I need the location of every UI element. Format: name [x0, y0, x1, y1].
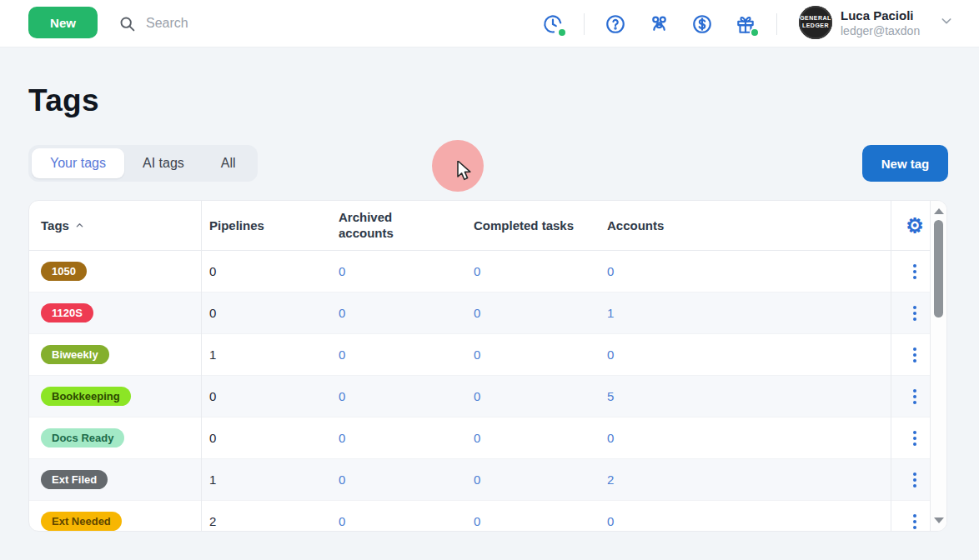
table-settings-cell: ⚙ — [891, 201, 931, 250]
column-header-label: Accounts — [607, 218, 664, 232]
accounts-link[interactable]: 0 — [607, 348, 614, 362]
tag-badge[interactable]: Ext Needed — [41, 512, 122, 531]
community-icon[interactable] — [646, 12, 671, 37]
column-header-label: Completed tasks — [474, 218, 574, 232]
pipelines-count: 2 — [201, 501, 330, 532]
accounts-link-cell: 0 — [599, 251, 891, 292]
user-email: ledger@taxdon — [841, 24, 920, 38]
chevron-down-icon[interactable] — [940, 14, 953, 31]
completed-tasks-link[interactable]: 0 — [474, 264, 480, 278]
new-tag-button[interactable]: New tag — [862, 145, 948, 182]
completed-tasks-link[interactable]: 0 — [474, 389, 480, 403]
mouse-cursor — [457, 161, 475, 186]
tag-cell: 1050 — [29, 251, 201, 292]
tag-badge[interactable]: Bookkeeping — [41, 387, 131, 406]
row-actions-cell — [891, 376, 931, 417]
column-header-accounts[interactable]: Accounts — [599, 201, 891, 250]
completed-tasks-link-cell: 0 — [465, 376, 599, 417]
gear-icon[interactable]: ⚙ — [906, 216, 924, 236]
archived-accounts-link[interactable]: 0 — [339, 514, 345, 528]
pipelines-count: 1 — [201, 459, 330, 500]
completed-tasks-link[interactable]: 0 — [474, 514, 480, 528]
search-icon — [118, 15, 136, 32]
archived-accounts-link[interactable]: 0 — [339, 348, 345, 362]
archived-accounts-link[interactable]: 0 — [339, 389, 345, 403]
topbar-divider — [584, 13, 585, 35]
tab-ai-tags[interactable]: AI tags — [124, 148, 203, 178]
tag-badge[interactable]: Ext Filed — [41, 470, 108, 489]
completed-tasks-link-cell: 0 — [465, 292, 599, 333]
pipelines-count: 0 — [201, 376, 330, 417]
topbar-divider — [776, 13, 777, 35]
row-menu-button[interactable] — [908, 301, 921, 326]
column-header-completed-tasks[interactable]: Completed tasks — [465, 201, 599, 250]
tab-all[interactable]: All — [203, 148, 254, 178]
accounts-link[interactable]: 2 — [607, 472, 614, 487]
table-row: Bookkeeping0005 — [29, 376, 931, 418]
archived-accounts-link[interactable]: 0 — [339, 431, 345, 445]
tag-badge[interactable]: 1120S — [41, 303, 93, 322]
column-header-archived-accounts[interactable]: Archived accounts — [330, 201, 465, 250]
column-header-pipelines[interactable]: Pipelines — [201, 201, 330, 250]
scrollbar-thumb[interactable] — [934, 220, 943, 318]
row-menu-button[interactable] — [908, 509, 921, 532]
pipelines-count: 1 — [201, 334, 330, 375]
completed-tasks-link[interactable]: 0 — [474, 472, 480, 487]
pipelines-count: 0 — [201, 418, 330, 458]
row-menu-button[interactable] — [908, 426, 921, 451]
tags-table: Tags Pipelines Archived accounts Complet… — [28, 200, 947, 532]
user-menu[interactable]: GENERAL LEDGER Luca Pacioli ledger@taxdo… — [799, 6, 953, 39]
completed-tasks-link-cell: 0 — [465, 459, 599, 500]
search-input[interactable] — [146, 16, 329, 31]
completed-tasks-link-cell: 0 — [465, 418, 599, 458]
accounts-link-cell: 1 — [599, 292, 891, 333]
accounts-link[interactable]: 0 — [607, 514, 614, 528]
row-menu-button[interactable] — [908, 384, 921, 409]
tag-badge[interactable]: 1050 — [41, 262, 87, 281]
accounts-link[interactable]: 0 — [607, 264, 614, 278]
accounts-link-cell: 5 — [599, 376, 891, 417]
accounts-link[interactable]: 5 — [607, 389, 614, 403]
new-button[interactable]: New — [28, 7, 98, 38]
tag-cell: Biweekly — [29, 334, 201, 375]
row-menu-button[interactable] — [908, 342, 921, 368]
archived-accounts-link[interactable]: 0 — [339, 306, 345, 320]
help-icon[interactable] — [603, 12, 628, 37]
gifts-icon[interactable] — [733, 12, 758, 37]
completed-tasks-link[interactable]: 0 — [474, 348, 480, 362]
archived-accounts-link-cell: 0 — [330, 418, 465, 458]
tag-cell: 1120S — [29, 292, 201, 333]
scroll-down-icon[interactable] — [934, 518, 944, 523]
table-row: Biweekly1000 — [29, 334, 931, 376]
tag-cell: Ext Filed — [29, 459, 201, 500]
avatar-text: LEDGER — [802, 22, 829, 30]
row-menu-button[interactable] — [908, 259, 921, 284]
tag-badge[interactable]: Docs Ready — [41, 428, 124, 448]
accounts-link[interactable]: 1 — [607, 306, 614, 320]
table-scrollbar[interactable] — [930, 201, 946, 531]
archived-accounts-link[interactable]: 0 — [339, 264, 345, 278]
scroll-up-icon[interactable] — [934, 208, 944, 214]
archived-accounts-link[interactable]: 0 — [339, 472, 345, 487]
pipelines-count: 0 — [201, 251, 330, 292]
search-bar[interactable] — [118, 8, 329, 38]
tag-badge[interactable]: Biweekly — [41, 345, 109, 364]
sort-ascending-icon — [75, 221, 84, 230]
billing-icon[interactable] — [690, 12, 715, 37]
row-menu-button[interactable] — [908, 468, 921, 492]
accounts-link-cell: 0 — [599, 501, 891, 532]
tab-your-tags[interactable]: Your tags — [32, 148, 124, 178]
accounts-link[interactable]: 0 — [607, 431, 614, 445]
completed-tasks-link[interactable]: 0 — [474, 431, 480, 445]
archived-accounts-link-cell: 0 — [330, 459, 465, 500]
column-header-tags[interactable]: Tags — [29, 201, 201, 250]
completed-tasks-link-cell: 0 — [465, 334, 599, 375]
row-actions-cell — [891, 459, 931, 500]
app-window: New — [0, 0, 979, 560]
time-tracking-icon[interactable] — [540, 12, 565, 37]
completed-tasks-link[interactable]: 0 — [474, 306, 480, 320]
tag-filter-tabs: Your tags AI tags All — [28, 145, 258, 182]
table-row: Docs Ready0000 — [29, 418, 931, 459]
row-actions-cell — [891, 251, 931, 292]
user-name: Luca Pacioli — [841, 8, 920, 22]
